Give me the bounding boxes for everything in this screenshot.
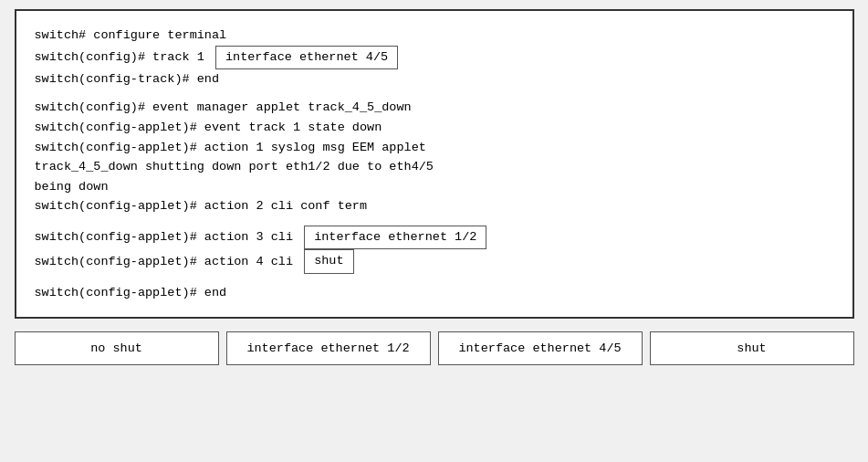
terminal-text-9: switch(config-applet)# action 2 cli conf… [35,196,368,216]
terminal-text-2: switch(config)# track 1 [35,47,212,68]
terminal-line-8: being down [35,177,834,197]
btn-no-shut[interactable]: no shut [15,331,219,365]
inline-box-ethernet-4-5[interactable]: interface ethernet 4/5 [215,46,398,69]
terminal-line-2: switch(config)# track 1 interface ethern… [35,46,834,69]
terminal-line-5: switch(config-applet)# event track 1 sta… [35,118,834,138]
terminal-container: switch# configure terminal switch(config… [15,9,854,319]
terminal-text-5: switch(config-applet)# event track 1 sta… [35,118,382,138]
spacer-1 [35,89,834,98]
terminal-line-1: switch# configure terminal [35,26,834,46]
bottom-bar: no shut interface ethernet 1/2 interface… [15,331,854,365]
terminal-text-7: track_4_5_down shutting down port eth1/2… [35,157,434,177]
terminal-text-8: being down [35,177,109,197]
spacer-3 [35,274,834,283]
inline-box-ethernet-1-2[interactable]: interface ethernet 1/2 [304,226,486,249]
btn-shut[interactable]: shut [650,331,854,365]
terminal-line-4: switch(config)# event manager applet tra… [35,98,834,118]
terminal-text-10: switch(config-applet)# action 3 cli [35,227,301,247]
terminal-line-10: switch(config-applet)# action 3 cli inte… [35,226,834,249]
terminal-text-1: switch# configure terminal [35,26,227,46]
terminal-line-7: track_4_5_down shutting down port eth1/2… [35,157,834,177]
terminal-text-11: switch(config-applet)# action 4 cli [35,252,301,272]
terminal-line-12: switch(config-applet)# end [35,283,834,303]
terminal-line-11: switch(config-applet)# action 4 cli shut [35,249,834,273]
terminal-line-6: switch(config-applet)# action 1 syslog m… [35,138,834,158]
terminal-text-12: switch(config-applet)# end [35,283,227,303]
spacer-2 [35,216,834,226]
terminal-text-4: switch(config)# event manager applet tra… [35,98,412,118]
btn-interface-ethernet-4-5[interactable]: interface ethernet 4/5 [438,331,643,365]
terminal-text-3: switch(config-track)# end [35,69,220,89]
terminal-line-3: switch(config-track)# end [35,69,834,89]
btn-interface-ethernet-1-2[interactable]: interface ethernet 1/2 [226,331,431,365]
inline-box-shut[interactable]: shut [304,249,353,273]
terminal-line-9: switch(config-applet)# action 2 cli conf… [35,196,834,216]
terminal-text-6: switch(config-applet)# action 1 syslog m… [35,138,426,158]
